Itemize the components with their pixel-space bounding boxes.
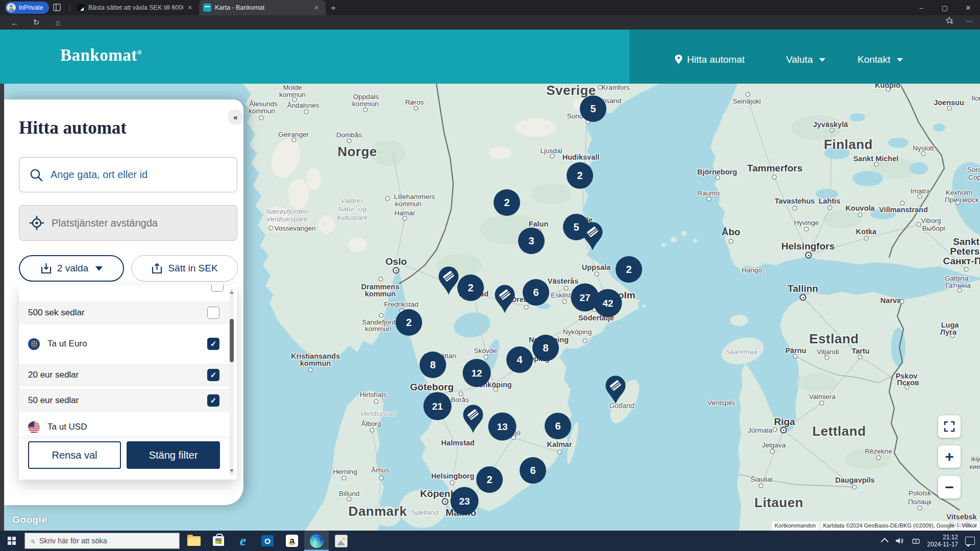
outlook-icon[interactable]: O xyxy=(255,531,280,551)
new-tab-button[interactable]: + xyxy=(331,3,336,13)
internet-explorer-icon[interactable]: e xyxy=(231,531,255,551)
tab-vaxla-sek[interactable]: Bästa sättet att växla SEK till 6000 ✕ xyxy=(74,0,199,15)
file-explorer-icon[interactable] xyxy=(182,531,206,551)
clock-time: 21:12 xyxy=(927,534,959,541)
atm-cluster-marker[interactable]: 2 xyxy=(476,466,503,493)
keyboard-shortcuts-link[interactable]: Kortkommandon xyxy=(772,521,819,531)
fullscreen-button[interactable] xyxy=(938,415,961,438)
map-label: kulturpark xyxy=(337,214,367,221)
city-dot xyxy=(562,299,567,304)
edge-icon[interactable] xyxy=(304,531,329,551)
browser-menu-icon[interactable]: ⋯ xyxy=(966,17,973,25)
atm-cluster-marker[interactable]: 13 xyxy=(488,413,517,441)
atm-cluster-marker[interactable]: 12 xyxy=(463,359,491,387)
atm-cluster-marker[interactable]: 23 xyxy=(451,487,479,515)
tab-karta-bankomat[interactable]: Karta - Bankomat ✕ xyxy=(199,0,326,15)
atm-cluster-marker[interactable]: 3 xyxy=(518,228,545,254)
window-maximize-button[interactable]: ▢ xyxy=(933,0,957,15)
checkbox-checked[interactable]: ✓ xyxy=(207,394,219,407)
filter-dropdown-button[interactable]: 2 valda xyxy=(19,255,124,282)
map-label: Tartu xyxy=(851,347,869,355)
atm-cluster-marker[interactable]: 2 xyxy=(616,256,642,283)
inprivate-badge[interactable]: InPrivate xyxy=(5,2,49,14)
terms-link[interactable]: Villkor xyxy=(959,521,980,531)
zoom-out-button[interactable]: − xyxy=(938,476,961,498)
atm-cluster-marker[interactable]: 2 xyxy=(396,309,422,336)
scrollbar-track[interactable] xyxy=(230,289,234,475)
amazon-icon[interactable]: a xyxy=(280,531,304,551)
atm-cluster-marker[interactable]: 6 xyxy=(545,413,571,439)
atm-cluster-marker[interactable]: 2 xyxy=(494,189,520,216)
tab2-close-icon[interactable]: ✕ xyxy=(314,4,319,11)
atm-pin-marker[interactable] xyxy=(581,222,604,253)
filter-row[interactable]: Ta ut USD xyxy=(19,413,230,441)
checkbox-checked[interactable]: ✓ xyxy=(207,338,219,350)
filter-row[interactable]: Ta ut Euro✓ xyxy=(19,327,230,361)
nav-kontakt[interactable]: Kontakt xyxy=(857,54,903,65)
nav-valuta[interactable]: Valuta xyxy=(786,54,825,65)
checkbox-checked[interactable]: ✓ xyxy=(207,369,219,381)
atm-cluster-marker[interactable]: 4 xyxy=(506,346,533,373)
start-button[interactable] xyxy=(0,531,23,551)
taskbar-clock[interactable]: 21:12 2024-11-17 xyxy=(927,534,959,548)
scroll-down-icon[interactable] xyxy=(230,469,234,472)
home-button[interactable]: ⌂ xyxy=(50,18,65,27)
checkbox-partial[interactable] xyxy=(211,285,224,292)
power-icon[interactable] xyxy=(911,538,920,544)
scroll-up-icon[interactable] xyxy=(230,291,234,294)
deposit-sek-button[interactable]: Sätt in SEK xyxy=(131,255,238,282)
filter-row[interactable]: 50 eur sedlar✓ xyxy=(19,389,230,412)
map-label: Hirtshals xyxy=(360,391,387,398)
collections-icon[interactable] xyxy=(945,17,953,26)
map-label: Ilom xyxy=(971,94,980,102)
city-dot xyxy=(864,236,869,241)
refresh-button[interactable]: ↻ xyxy=(29,18,44,27)
paint-icon[interactable] xyxy=(329,531,353,551)
zoom-in-button[interactable]: + xyxy=(938,445,961,468)
map-label: Tallinn xyxy=(788,283,818,294)
search-input[interactable]: Ange gata, ort eller id xyxy=(19,157,237,192)
map-label: Hyvinge xyxy=(794,219,819,227)
atm-pin-marker[interactable] xyxy=(604,375,627,407)
bankomat-logo[interactable]: Bankomat® xyxy=(60,46,142,65)
filter-row[interactable]: 20 eur sedlar✓ xyxy=(19,363,230,387)
back-button[interactable]: ← xyxy=(7,18,22,27)
tray-expand-icon[interactable] xyxy=(883,538,888,544)
filter-dropdown-list: 500 sek sedlarTa ut Euro✓20 eur sedlar✓5… xyxy=(19,285,237,480)
volume-icon[interactable] xyxy=(895,537,904,544)
scrollbar-thumb[interactable] xyxy=(230,319,234,362)
city-dot xyxy=(363,108,368,112)
window-minimize-button[interactable]: – xyxy=(910,0,933,15)
atm-cluster-marker[interactable]: 8 xyxy=(420,352,446,378)
city-dot xyxy=(292,138,297,142)
filter-row[interactable]: 500 sek sedlar xyxy=(19,301,230,324)
close-filter-button[interactable]: Stäng filter xyxy=(127,441,220,469)
city-dot xyxy=(793,206,797,211)
microsoft-store-icon[interactable] xyxy=(206,531,231,551)
taskbar-search[interactable]: ⌕ Skriv här för att söka xyxy=(24,533,180,549)
window-close-button[interactable]: ✕ xyxy=(957,0,980,15)
atm-cluster-marker[interactable]: 2 xyxy=(457,274,484,301)
atm-pin-marker[interactable] xyxy=(494,285,516,316)
atm-cluster-marker[interactable]: 6 xyxy=(520,457,546,484)
atm-cluster-marker[interactable]: 8 xyxy=(532,335,559,361)
atm-cluster-marker[interactable]: 21 xyxy=(424,392,452,420)
collapse-panel-button[interactable]: « xyxy=(228,109,243,125)
nav-valuta-label: Valuta xyxy=(786,54,813,65)
atm-pin-marker[interactable] xyxy=(437,266,460,297)
city-dot xyxy=(450,481,455,485)
map-label: Danmark xyxy=(349,504,407,519)
atm-cluster-marker[interactable]: 6 xyxy=(523,279,549,306)
tab-search-icon[interactable] xyxy=(53,4,61,11)
atm-cluster-marker[interactable]: 2 xyxy=(567,162,593,189)
action-center-icon[interactable] xyxy=(965,537,975,545)
location-services-button[interactable]: Platstjänster avstängda xyxy=(19,205,237,241)
atm-pin-marker[interactable] xyxy=(462,405,484,436)
nav-hitta-automat[interactable]: Hitta automat xyxy=(675,54,745,65)
clear-selection-button[interactable]: Rensa val xyxy=(28,441,121,469)
tab1-close-icon[interactable]: ✕ xyxy=(187,4,192,11)
atm-cluster-marker[interactable]: 5 xyxy=(580,95,606,122)
atm-cluster-marker[interactable]: 42 xyxy=(594,289,622,317)
map-label: Halmstad xyxy=(441,439,474,447)
checkbox-unchecked[interactable] xyxy=(207,307,219,319)
